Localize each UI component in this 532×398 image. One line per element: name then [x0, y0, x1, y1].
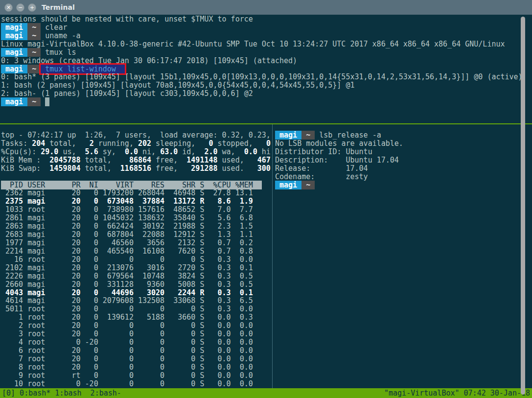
prompt-user: magi — [275, 131, 301, 140]
terminal-window: ✕ − + Terminal sessions should be nested… — [0, 0, 532, 398]
minimize-icon[interactable]: − — [16, 3, 24, 12]
terminal-line: 16 root 20 0 0 0 0 S 0.3 0.0 — [1, 256, 271, 264]
terminal-line: 0: 3 windows (created Tue Jan 30 06:17:4… — [1, 57, 523, 65]
top-command-pane[interactable]: top - 07:42:17 up 1:26, 7 users, load av… — [1, 131, 271, 388]
terminal-line: 2863 magi 20 0 662424 30192 21988 S 2.3 … — [1, 222, 271, 231]
pane-divider-vertical[interactable] — [272, 124, 273, 388]
terminal-line: Distributor ID: Ubuntu — [275, 148, 403, 156]
prompt-dir: ~ — [301, 181, 315, 189]
terminal-line: Linux magi-VirtualBox 4.10.0-38-generic … — [1, 40, 523, 48]
terminal-line: 6 root 20 0 0 0 0 S 0.0 0.0 — [1, 347, 271, 355]
terminal-line: 4043 magi 20 0 44696 3020 2244 R 0.3 0.1 — [1, 289, 271, 297]
terminal-line: 1 root 20 0 139612 5188 3660 S 0.0 0.3 — [1, 313, 271, 322]
terminal-line: sessions should be nested with care, uns… — [1, 15, 523, 23]
text-cursor — [45, 97, 49, 106]
terminal-line: magi ~ — [275, 181, 403, 189]
tmux-status-bar: [0] 0:bash* 1:bash 2:bash- "magi-Virtual… — [0, 388, 532, 398]
terminal-line: magi ~ clear — [1, 23, 523, 32]
highlight-box: tmux list-window — [41, 65, 125, 73]
terminal-line: 9 root rt 0 0 0 0 S 0.0 0.0 — [1, 372, 271, 380]
terminal-line: 2683 magi 20 0 687804 22088 12912 S 1.3 … — [1, 231, 271, 239]
terminal-line: Description: Ubuntu 17.04 — [275, 156, 403, 164]
terminal-line: 2660 magi 20 0 331128 9360 5008 S 0.3 0.… — [1, 281, 271, 289]
terminal-line: 2102 magi 20 0 213076 3016 2720 S 0.3 0.… — [1, 264, 271, 272]
terminal-screen: sessions should be nested with care, uns… — [0, 15, 532, 398]
terminal-line: KiB Mem : 2045788 total, 86864 free, 149… — [1, 156, 271, 164]
status-window-list[interactable]: [0] 0:bash* 1:bash 2:bash- — [2, 388, 121, 398]
terminal-line: 2: bash- (1 panes) [109x45] [layout c303… — [1, 90, 523, 98]
prompt-dir: ~ — [27, 23, 41, 32]
prompt-dir: ~ — [27, 31, 41, 40]
terminal-line: 2861 magi 20 0 1045032 138632 35840 S 5.… — [1, 214, 271, 222]
terminal-line: 7 root 20 0 0 0 0 S 0.0 0.0 — [1, 355, 271, 363]
terminal-line: 2 root 20 0 0 0 0 S 0.0 0.0 — [1, 322, 271, 330]
prompt-user: magi — [1, 97, 27, 106]
terminal-line: 10 root 0 -20 0 0 0 S 0.0 0.0 — [1, 380, 271, 388]
terminal-line: KiB Swap: 1459804 total, 1168516 free, 2… — [1, 164, 271, 173]
prompt-user: magi — [275, 181, 301, 189]
terminal-line: 2226 magi 20 0 679564 10748 3824 S 0.3 0… — [1, 272, 271, 281]
terminal-line: magi ~ lsb_release -a — [275, 131, 403, 140]
prompt-dir: ~ — [301, 131, 315, 140]
prompt-user: magi — [1, 48, 27, 57]
scrollbar-thumb[interactable] — [521, 17, 525, 395]
terminal-line: magi ~ uname -a — [1, 32, 523, 40]
prompt-dir: ~ — [27, 48, 41, 57]
terminal-line: 1033 root 20 0 738980 157616 48652 S 7.0… — [1, 206, 271, 214]
prompt-user: magi — [1, 31, 27, 40]
terminal-line — [1, 173, 271, 181]
maximize-icon[interactable]: + — [28, 3, 36, 12]
terminal-line: 1: bash (2 panes) [109x45] [layout 70a8,… — [1, 81, 523, 90]
status-host-time: "magi-VirtualBox" 07:42 30-Jan-18 — [384, 388, 530, 398]
terminal-line: top - 07:42:17 up 1:26, 7 users, load av… — [1, 131, 271, 140]
terminal-line: magi ~ — [1, 98, 523, 106]
close-icon[interactable]: ✕ — [4, 3, 13, 12]
terminal-line: 8 root 20 0 0 0 0 S 0.0 0.0 — [1, 363, 271, 372]
terminal-line: 1977 magi 20 0 46560 3656 2132 S 0.7 0.2 — [1, 239, 271, 247]
prompt-user: magi — [1, 65, 27, 73]
shell-pane[interactable]: sessions should be nested with care, uns… — [1, 15, 523, 106]
terminal-line: 2375 magi 20 0 673048 37884 13172 R 8.6 … — [1, 197, 271, 206]
window-title: Terminal — [42, 3, 75, 11]
terminal-line: Codename: zesty — [275, 173, 403, 181]
terminal-line: 4614 magi 20 0 2079608 132508 33068 S 0.… — [1, 297, 271, 305]
prompt-user: magi — [1, 23, 27, 32]
terminal-line: %Cpu(s): 29.0 us, 5.6 sy, 0.0 ni, 63.0 i… — [1, 148, 271, 156]
lsb-release-pane[interactable]: magi ~ lsb_release -aNo LSB modules are … — [275, 131, 403, 189]
terminal-line: 0: bash* (3 panes) [109x45] [layout 15b1… — [1, 73, 523, 81]
terminal-line: 2362 magi 20 0 1793200 268044 46948 S 27… — [1, 189, 271, 197]
terminal-line: No LSB modules are available. — [275, 140, 403, 148]
selected-command: tmux list-window — [41, 65, 125, 73]
prompt-dir: ~ — [27, 97, 41, 106]
terminal-line: Release: 17.04 — [275, 164, 403, 173]
terminal-line: 3 root 20 0 0 0 0 S 0.0 0.0 — [1, 330, 271, 338]
terminal-line: magi ~ tmux ls — [1, 48, 523, 57]
prompt-dir: ~ — [27, 65, 41, 73]
terminal-line: 4 root 0 -20 0 0 0 S 0.0 0.0 — [1, 338, 271, 347]
terminal-line: 2214 magi 20 0 465540 16108 7620 S 0.7 0… — [1, 247, 271, 256]
terminal-line: PID USER PR NI VIRT RES SHR S %CPU %MEM — [1, 181, 271, 189]
terminal-line: 5011 root 20 0 0 0 0 S 0.3 0.0 — [1, 305, 271, 313]
pane-divider-horizontal[interactable] — [0, 123, 532, 124]
terminal-line: Tasks: 204 total, 2 running, 202 sleepin… — [1, 140, 271, 148]
title-bar[interactable]: ✕ − + Terminal — [0, 0, 532, 15]
terminal-line: magi ~ tmux list-window — [1, 65, 523, 73]
